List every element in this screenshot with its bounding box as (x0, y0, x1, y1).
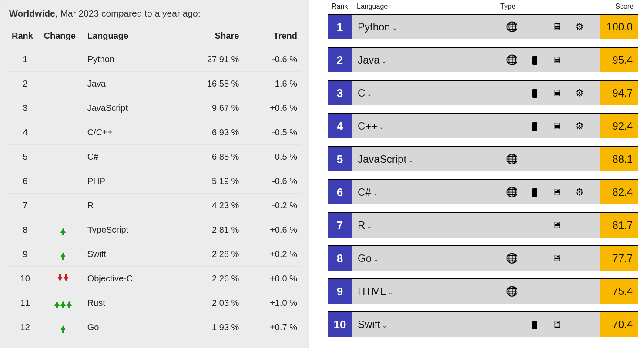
pypl-language: C# (85, 145, 184, 169)
pypl-language: R (85, 194, 184, 218)
pypl-title: Worldwide, Mar 2023 compared to a year a… (9, 8, 300, 19)
mobile-icon (523, 87, 546, 99)
ieee-language[interactable]: Go⌄ (352, 246, 500, 271)
ieee-types (500, 48, 600, 72)
pypl-share: 2.26 % (184, 267, 242, 291)
ieee-row: 6C#⌄82.4 (328, 179, 638, 204)
ieee-language[interactable]: Java⌄ (352, 48, 500, 72)
ieee-types (500, 279, 600, 304)
pypl-rank: 2 (9, 72, 41, 96)
ieee-rank: 1 (328, 15, 352, 39)
ieee-score: 95.4 (600, 48, 638, 72)
pypl-rank: 8 (9, 218, 41, 242)
pypl-row: 1Python27.91 %-0.6 % (9, 47, 300, 72)
chevron-down-icon: ⌄ (373, 256, 379, 263)
ieee-types (500, 246, 600, 271)
pypl-row: 12Go1.93 %+0.7 % (9, 315, 300, 340)
desktop-icon (546, 187, 568, 198)
web-icon (500, 154, 523, 165)
pypl-row: 8TypeScript2.81 %+0.6 % (9, 218, 300, 242)
pypl-language: Java (85, 72, 184, 96)
ieee-ranking-panel: Rank Language Type Score 1Python⌄100.02J… (326, 0, 640, 348)
pypl-rank: 4 (9, 120, 41, 145)
ieee-row: 5JavaScript⌄88.1 (328, 146, 638, 171)
pypl-share: 9.67 % (184, 96, 242, 120)
ieee-types (500, 147, 600, 171)
chevron-down-icon: ⌄ (382, 322, 387, 329)
ieee-language[interactable]: JavaScript⌄ (352, 147, 500, 171)
ieee-score: 88.1 (600, 147, 638, 171)
web-icon (500, 54, 523, 66)
ieee-types (500, 15, 600, 39)
ieee-language[interactable]: Swift⌄ (352, 312, 500, 337)
desktop-icon (552, 54, 562, 65)
chevron-down-icon: ⌄ (388, 289, 393, 296)
embedded-icon (568, 87, 591, 99)
pypl-change (41, 315, 84, 340)
ieee-row: 2Java⌄95.4 (328, 47, 638, 72)
pypl-change (41, 145, 84, 169)
desktop-icon (552, 187, 562, 197)
pypl-rank: 11 (9, 291, 41, 315)
ieee-header-type: Type (500, 3, 600, 10)
pypl-language: Go (85, 315, 184, 340)
pypl-rank: 9 (9, 242, 41, 267)
pypl-trend: +1.0 % (242, 291, 300, 315)
ieee-rank: 5 (328, 147, 352, 171)
ieee-types (500, 81, 600, 105)
pypl-change (41, 169, 84, 194)
pypl-trend: +0.6 % (242, 96, 300, 120)
pypl-share: 6.88 % (184, 145, 242, 169)
ieee-types (500, 213, 600, 238)
mobile-icon (523, 120, 546, 132)
ieee-header-rank: Rank (328, 3, 352, 10)
pypl-trend: +0.6 % (242, 218, 300, 242)
web-icon (506, 154, 518, 164)
pypl-change (41, 291, 84, 315)
mobile-icon (530, 54, 539, 65)
chevron-down-icon: ⌄ (382, 57, 387, 64)
embedded-icon (575, 21, 584, 32)
pypl-trend: -0.2 % (242, 194, 300, 218)
arrow-up-icon (67, 301, 72, 306)
ieee-language-label: R (358, 219, 365, 231)
ieee-score: 75.4 (600, 279, 638, 304)
arrow-up-icon (60, 325, 66, 330)
ieee-language-label: Java (358, 54, 380, 66)
ieee-score: 81.7 (600, 213, 638, 238)
web-icon (506, 286, 518, 297)
pypl-share: 5.19 % (184, 169, 242, 194)
pypl-title-rest: , Mar 2023 compared to a year ago: (55, 8, 201, 18)
arrow-up-icon (60, 252, 66, 257)
arrow-up-icon (54, 301, 60, 306)
chevron-down-icon: ⌄ (373, 190, 378, 197)
pypl-header-change: Change (41, 25, 84, 47)
ieee-language[interactable]: C⌄ (352, 81, 500, 105)
chevron-down-icon: ⌄ (392, 24, 397, 31)
desktop-icon (552, 87, 562, 98)
ieee-language[interactable]: Python⌄ (352, 15, 500, 39)
pypl-share: 4.23 % (184, 194, 242, 218)
ieee-row: 4C++⌄92.4 (328, 113, 638, 138)
ieee-language[interactable]: C#⌄ (352, 180, 500, 204)
ieee-language[interactable]: C++⌄ (352, 114, 500, 138)
ieee-language[interactable]: HTML⌄ (352, 279, 500, 304)
web-icon (500, 286, 523, 297)
ieee-language[interactable]: R⌄ (352, 213, 500, 238)
ieee-score: 100.0 (600, 15, 638, 39)
pypl-trend: -0.5 % (242, 145, 300, 169)
pypl-change (41, 96, 84, 120)
pypl-change (41, 218, 84, 242)
desktop-icon (546, 54, 568, 66)
desktop-icon (552, 319, 562, 330)
pypl-share: 6.93 % (184, 120, 242, 145)
pypl-language: Rust (85, 291, 184, 315)
ieee-language-label: JavaScript (358, 153, 406, 165)
web-icon (500, 253, 523, 264)
pypl-rank: 1 (9, 47, 41, 72)
pypl-change (41, 242, 84, 267)
ieee-language-label: C++ (358, 120, 377, 132)
pypl-row: 11Rust2.03 %+1.0 % (9, 291, 300, 315)
web-icon (500, 21, 523, 33)
pypl-row: 2Java16.58 %-1.6 % (9, 72, 300, 96)
